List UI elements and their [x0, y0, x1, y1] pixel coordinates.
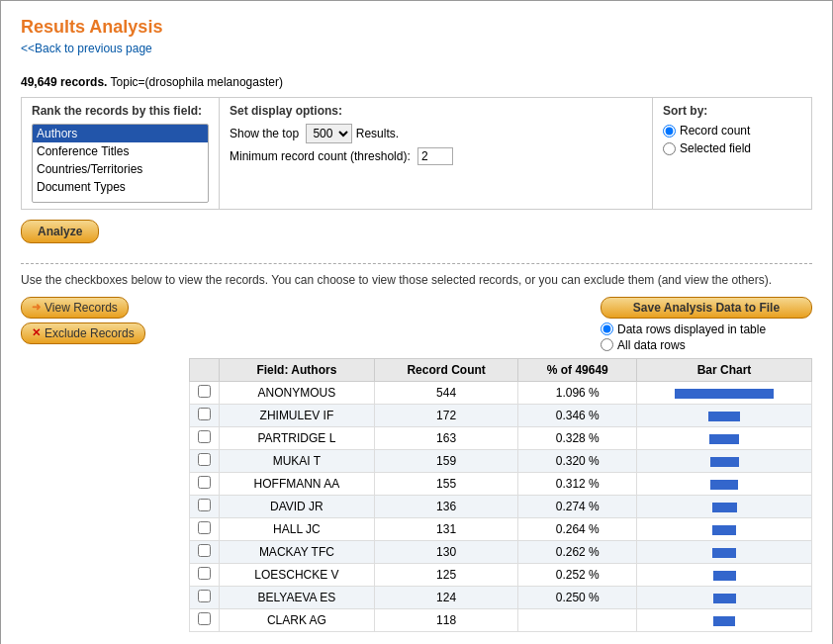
sort-record-count-label: Record count — [680, 124, 750, 138]
row-bar — [637, 586, 812, 608]
exclude-records-button[interactable]: ✕ Exclude Records — [21, 322, 145, 344]
save-radio-all-row: All data rows — [601, 338, 812, 352]
row-checkbox[interactable] — [198, 544, 211, 557]
col-checkbox — [190, 358, 220, 381]
record-summary: 49,649 records. Topic=(drosophila melano… — [21, 75, 812, 89]
col-bar-chart: Bar Chart — [637, 358, 812, 381]
save-analysis-button[interactable]: Save Analysis Data to File — [601, 297, 812, 319]
row-checkbox[interactable] — [198, 453, 211, 466]
rank-option-authors[interactable]: Authors — [33, 125, 208, 142]
row-checkbox-cell — [190, 608, 220, 631]
rank-option-conference[interactable]: Conference Titles — [33, 142, 208, 160]
row-author: MUKAI T — [220, 449, 375, 472]
page-title: Results Analysis — [21, 17, 812, 38]
row-bar — [637, 563, 812, 586]
row-author: DAVID JR — [220, 495, 375, 517]
row-checkbox-cell — [190, 563, 220, 586]
row-checkbox[interactable] — [198, 567, 211, 580]
row-percent: 0.328 % — [518, 426, 637, 449]
display-section-title: Set display options: — [230, 104, 642, 118]
row-checkbox[interactable] — [198, 385, 211, 398]
row-author: PARTRIDGE L — [220, 426, 375, 449]
bar-segment — [712, 503, 737, 512]
options-panel-header: Rank the records by this field: Authors … — [22, 98, 811, 209]
row-checkbox[interactable] — [198, 476, 211, 489]
table-row: PARTRIDGE L1630.328 % — [190, 426, 812, 449]
row-checkbox[interactable] — [198, 499, 211, 511]
show-top-select[interactable]: 500 250 100 — [306, 124, 352, 143]
save-section: Save Analysis Data to File Data rows dis… — [189, 297, 812, 354]
table-row: MACKAY TFC1300.262 % — [190, 540, 812, 563]
back-link[interactable]: <<Back to previous page — [21, 42, 152, 55]
show-top-label: Show the top — [230, 127, 299, 140]
row-percent: 0.274 % — [518, 495, 637, 517]
row-count: 544 — [374, 381, 518, 404]
divider — [21, 263, 812, 264]
rank-listbox[interactable]: Authors Conference Titles Countries/Terr… — [32, 124, 209, 203]
sort-record-count-radio[interactable] — [663, 125, 676, 138]
left-controls: ➜ View Records ✕ Exclude Records — [21, 297, 189, 344]
table-row: HALL JC1310.264 % — [190, 517, 812, 540]
row-author: ANONYMOUS — [220, 381, 375, 404]
row-checkbox[interactable] — [198, 430, 211, 443]
save-radio-all[interactable] — [601, 338, 613, 351]
view-records-button[interactable]: ➜ View Records — [21, 297, 129, 319]
rank-section: Rank the records by this field: Authors … — [22, 98, 220, 209]
bar-segment — [675, 389, 774, 399]
row-count: 131 — [374, 517, 518, 540]
table-row: BELYAEVA ES1240.250 % — [190, 586, 812, 608]
rank-option-doctypes[interactable]: Document Types — [33, 178, 208, 196]
table-row: ANONYMOUS5441.096 % — [190, 381, 812, 404]
table-body: ANONYMOUS5441.096 %ZHIMULEV IF1720.346 %… — [190, 381, 812, 631]
analyze-button[interactable]: Analyze — [21, 220, 99, 243]
rank-section-title: Rank the records by this field: — [32, 104, 209, 118]
min-record-input[interactable] — [417, 147, 453, 165]
row-checkbox-cell — [190, 426, 220, 449]
row-count: 172 — [374, 404, 518, 426]
results-label: Results. — [356, 127, 399, 140]
row-count: 125 — [374, 563, 518, 586]
row-percent: 0.252 % — [518, 563, 637, 586]
row-count: 155 — [374, 472, 518, 495]
row-bar — [637, 381, 812, 404]
min-record-row: Minimum record count (threshold): — [230, 147, 642, 165]
row-bar — [637, 517, 812, 540]
row-checkbox[interactable] — [198, 590, 211, 602]
bar-segment — [713, 594, 736, 603]
save-radio-displayed[interactable] — [601, 322, 613, 335]
row-checkbox[interactable] — [198, 521, 211, 534]
sort-section-title: Sort by: — [663, 104, 801, 118]
row-author: MACKAY TFC — [220, 540, 375, 563]
row-count: 159 — [374, 449, 518, 472]
x-icon: ✕ — [32, 326, 41, 339]
col-record-count: Record Count — [374, 358, 518, 381]
save-analysis-panel: Save Analysis Data to File Data rows dis… — [595, 297, 812, 354]
row-bar — [637, 449, 812, 472]
row-checkbox-cell — [190, 404, 220, 426]
row-author: CLARK AG — [220, 608, 375, 631]
row-checkbox[interactable] — [198, 612, 211, 625]
row-percent: 0.262 % — [518, 540, 637, 563]
row-percent: 0.250 % — [518, 586, 637, 608]
exclude-records-label: Exclude Records — [45, 326, 135, 340]
row-percent — [518, 608, 637, 631]
rank-option-countries[interactable]: Countries/Territories — [33, 160, 208, 178]
row-author: ZHIMULEV IF — [220, 404, 375, 426]
col-authors: Field: Authors — [220, 358, 375, 381]
sort-selected-field-row: Selected field — [663, 141, 801, 155]
sort-selected-field-radio[interactable] — [663, 142, 676, 155]
row-checkbox[interactable] — [198, 408, 211, 420]
min-record-label: Minimum record count (threshold): — [230, 149, 411, 163]
row-count: 124 — [374, 586, 518, 608]
bar-segment — [708, 412, 740, 421]
row-count: 130 — [374, 540, 518, 563]
bar-segment — [712, 525, 736, 535]
col-percent: % of 49649 — [518, 358, 637, 381]
sort-selected-field-label: Selected field — [680, 141, 751, 155]
row-bar — [637, 608, 812, 631]
row-percent: 0.346 % — [518, 404, 637, 426]
sort-section: Sort by: Record count Selected field — [653, 98, 811, 209]
row-count: 118 — [374, 608, 518, 631]
bar-segment — [712, 548, 736, 558]
row-bar — [637, 540, 812, 563]
